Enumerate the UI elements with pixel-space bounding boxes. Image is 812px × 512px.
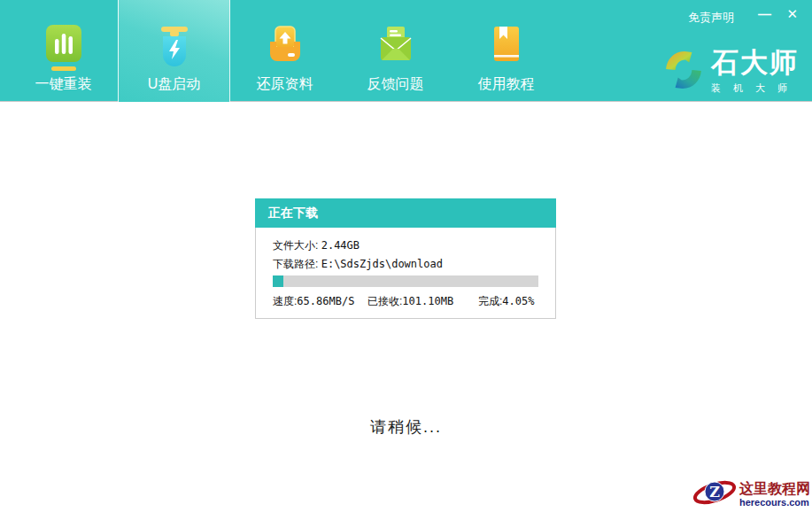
file-size-label: 文件大小: (273, 239, 318, 252)
tab-label: 一键重装 (35, 75, 92, 94)
tab-usb-boot[interactable]: U盘启动 (118, 0, 230, 102)
progress-fill (273, 275, 283, 287)
tab-tutorial[interactable]: 使用教程 (451, 0, 561, 102)
download-path-label: 下载路径: (273, 258, 318, 270)
received-stat: 已接收:101.10MB (367, 294, 478, 309)
tab-feedback[interactable]: 反馈问题 (340, 0, 451, 102)
app-subtitle: 装机大师 (711, 81, 800, 95)
please-wait-text: 请稍候... (0, 416, 812, 438)
dialog-title: 正在下载 (255, 198, 556, 228)
tab-label: 反馈问题 (367, 75, 424, 94)
download-path-row: 下载路径: E:\SdsZjds\download (273, 255, 538, 274)
tab-label: 使用教程 (478, 75, 535, 94)
bar-chart-icon (43, 24, 84, 74)
close-icon[interactable]: ✕ (786, 6, 798, 22)
minimize-icon[interactable]: — (758, 6, 771, 22)
stats-row: 速度:65.86MB/S 已接收:101.10MB 完成:4.05% (273, 294, 538, 309)
disclaimer-link[interactable]: 免责声明 (688, 10, 734, 26)
download-dialog: 正在下载 文件大小: 2.44GB 下载路径: E:\SdsZjds\downl… (255, 198, 556, 319)
progress-bar-track (273, 275, 538, 287)
tab-restore-data[interactable]: 还原资料 (229, 0, 340, 102)
tab-label: 还原资料 (257, 75, 313, 94)
tab-one-click-reinstall[interactable]: 一键重装 (8, 0, 119, 102)
restore-tray-icon (265, 24, 305, 74)
watermark-site-name: 这里教程网 (739, 481, 810, 497)
usb-drive-icon (154, 24, 195, 74)
app-logo-icon (664, 50, 703, 94)
file-size-value: 2.44GB (321, 239, 360, 252)
app-title: 石大师 (711, 49, 800, 78)
header-bar: 一键重装 U盘启动 (0, 0, 812, 102)
nav-tabs: 一键重装 U盘启动 (8, 0, 561, 102)
dialog-body: 文件大小: 2.44GB 下载路径: E:\SdsZjds\download 速… (255, 228, 556, 319)
svg-text:Z: Z (709, 484, 720, 500)
site-logo-icon: Z (692, 477, 737, 511)
watermark-site-url: herecours.com (739, 497, 810, 508)
tutorial-book-icon (486, 24, 527, 74)
file-size-row: 文件大小: 2.44GB (273, 237, 538, 255)
feedback-envelope-icon (375, 24, 416, 74)
app-window: 一键重装 U盘启动 (0, 0, 812, 512)
app-logo: 石大师 装机大师 (664, 49, 800, 95)
site-watermark: Z 这里教程网 herecours.com (692, 477, 810, 511)
speed-stat: 速度:65.86MB/S (273, 294, 367, 309)
done-stat: 完成:4.05% (478, 294, 534, 309)
tab-label: U盘启动 (148, 75, 201, 94)
download-path-value: E:\SdsZjds\download (321, 258, 443, 270)
